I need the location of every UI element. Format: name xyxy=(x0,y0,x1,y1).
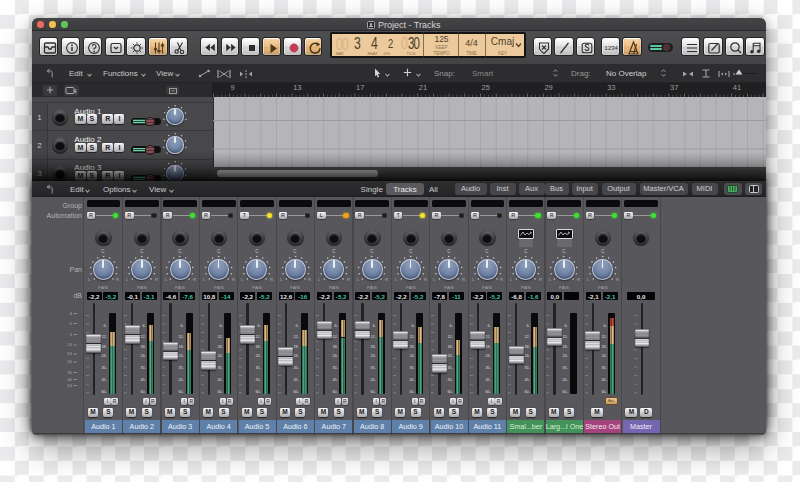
svg-text:45-: 45- xyxy=(524,377,530,382)
svg-text:6-: 6- xyxy=(603,323,607,328)
svg-text:6-: 6- xyxy=(142,323,146,328)
svg-text:35-: 35- xyxy=(370,365,376,370)
svg-text:L: L xyxy=(395,277,398,282)
svg-text:12-: 12- xyxy=(370,334,376,339)
svg-text:R: R xyxy=(577,277,580,282)
svg-text:45-: 45- xyxy=(601,377,607,382)
svg-text:35-: 35- xyxy=(524,365,530,370)
svg-text:6-: 6- xyxy=(181,323,185,328)
svg-text:R: R xyxy=(616,277,619,282)
svg-text:PAN: PAN xyxy=(444,285,454,290)
svg-text:18-: 18- xyxy=(524,344,530,349)
svg-text:PAN: PAN xyxy=(559,285,569,290)
svg-text:L: L xyxy=(280,277,283,282)
svg-text:18-: 18- xyxy=(370,344,376,349)
svg-text:15: 15 xyxy=(67,351,72,356)
svg-text:PAN: PAN xyxy=(175,285,185,290)
svg-text:R: R xyxy=(500,277,503,282)
svg-text:L: L xyxy=(241,277,244,282)
svg-text:45-: 45- xyxy=(332,377,338,382)
svg-text:12-: 12- xyxy=(217,334,223,339)
svg-text:45-: 45- xyxy=(486,377,492,382)
svg-text:35-: 35- xyxy=(178,365,184,370)
svg-text:6-: 6- xyxy=(565,323,569,328)
svg-text:R: R xyxy=(424,277,427,282)
svg-text:PAN: PAN xyxy=(367,285,377,290)
svg-text:6-: 6- xyxy=(104,323,108,328)
svg-text:45-: 45- xyxy=(447,377,453,382)
svg-text:24-: 24- xyxy=(102,353,108,358)
svg-text:35-: 35- xyxy=(102,365,108,370)
svg-text:R: R xyxy=(232,277,235,282)
svg-text:C: C xyxy=(178,249,182,254)
svg-text:L: L xyxy=(510,277,513,282)
svg-text:35-: 35- xyxy=(562,365,568,370)
svg-text:45-: 45- xyxy=(294,377,300,382)
svg-text:18-: 18- xyxy=(447,344,453,349)
svg-text:L: L xyxy=(88,277,91,282)
svg-text:24-: 24- xyxy=(332,353,338,358)
svg-text:C: C xyxy=(332,249,336,254)
svg-text:L: L xyxy=(203,277,206,282)
svg-text:R: R xyxy=(155,277,158,282)
svg-text:60-: 60- xyxy=(562,389,568,394)
svg-text:60-: 60- xyxy=(524,389,530,394)
svg-text:50: 50 xyxy=(67,383,72,388)
svg-text:18-: 18- xyxy=(562,344,568,349)
svg-text:60-: 60- xyxy=(447,389,453,394)
svg-text:45-: 45- xyxy=(409,377,415,382)
svg-text:24-: 24- xyxy=(178,353,184,358)
svg-text:C: C xyxy=(601,249,605,254)
svg-text:12-: 12- xyxy=(332,334,338,339)
svg-text:60-: 60- xyxy=(332,389,338,394)
svg-text:6-: 6- xyxy=(488,323,492,328)
svg-text:6-: 6- xyxy=(296,323,300,328)
svg-text:PAN: PAN xyxy=(329,285,339,290)
svg-text:45-: 45- xyxy=(140,377,146,382)
svg-text:18-: 18- xyxy=(217,344,223,349)
svg-text:6-: 6- xyxy=(219,323,223,328)
svg-text:60-: 60- xyxy=(601,389,607,394)
svg-text:12-: 12- xyxy=(562,334,568,339)
svg-text:35-: 35- xyxy=(332,365,338,370)
svg-text:C: C xyxy=(524,249,528,254)
svg-text:L: L xyxy=(549,277,552,282)
svg-text:6-: 6- xyxy=(411,323,415,328)
svg-text:35-: 35- xyxy=(601,365,607,370)
svg-text:L: L xyxy=(433,277,436,282)
svg-text:L: L xyxy=(472,277,475,282)
svg-text:35-: 35- xyxy=(486,365,492,370)
svg-text:45-: 45- xyxy=(178,377,184,382)
svg-text:6: 6 xyxy=(70,311,73,316)
svg-text:R: R xyxy=(539,277,542,282)
svg-text:PAN: PAN xyxy=(597,285,607,290)
svg-text:45-: 45- xyxy=(102,377,108,382)
svg-text:18-: 18- xyxy=(486,344,492,349)
svg-text:18-: 18- xyxy=(294,344,300,349)
svg-text:60-: 60- xyxy=(409,389,415,394)
svg-text:C: C xyxy=(140,249,144,254)
svg-text:C: C xyxy=(294,249,298,254)
svg-text:6-: 6- xyxy=(449,323,453,328)
svg-text:35-: 35- xyxy=(255,365,261,370)
svg-text:24-: 24- xyxy=(370,353,376,358)
svg-text:C: C xyxy=(370,249,374,254)
svg-text:45-: 45- xyxy=(562,377,568,382)
svg-text:C: C xyxy=(217,249,221,254)
svg-text:C: C xyxy=(447,249,451,254)
svg-text:C: C xyxy=(486,249,490,254)
svg-text:6-: 6- xyxy=(526,323,530,328)
svg-text:60-: 60- xyxy=(294,389,300,394)
svg-text:R: R xyxy=(270,277,273,282)
svg-text:12-: 12- xyxy=(178,334,184,339)
svg-text:30: 30 xyxy=(67,370,72,375)
svg-text:R: R xyxy=(462,277,465,282)
svg-text:60-: 60- xyxy=(217,389,223,394)
svg-text:60-: 60- xyxy=(178,389,184,394)
svg-text:6-: 6- xyxy=(334,323,338,328)
svg-text:0: 0 xyxy=(70,321,73,326)
svg-text:20: 20 xyxy=(67,359,72,364)
svg-text:C: C xyxy=(562,249,566,254)
svg-text:35-: 35- xyxy=(140,365,146,370)
svg-text:24-: 24- xyxy=(217,353,223,358)
